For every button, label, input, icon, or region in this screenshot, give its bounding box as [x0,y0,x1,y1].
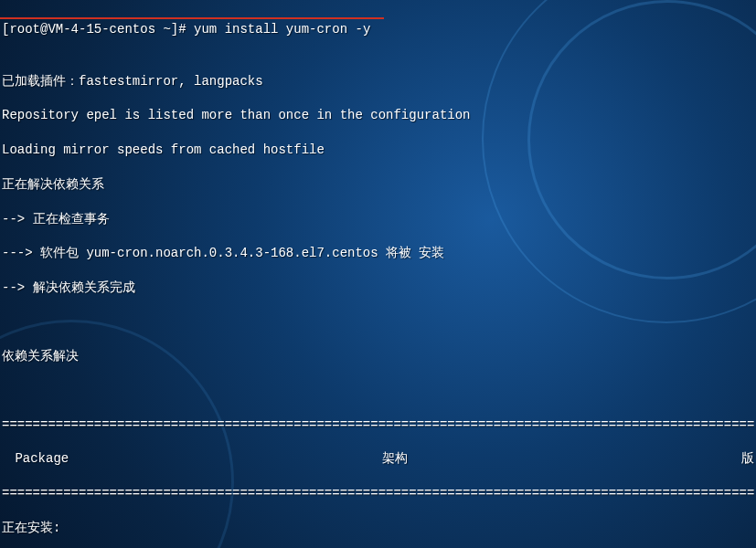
shell-prompt: [root@VM-4-15-centos ~]# [2,22,194,37]
table-header: Package 架构 版 [2,450,754,468]
col-arch: 架构 [382,450,729,468]
command-text: yum install yum-cron -y [194,22,370,37]
output-line: --> 解决依赖关系完成 [2,279,754,297]
highlight-underline [0,17,384,19]
col-package: Package [2,450,382,468]
installing-label: 正在安装: [2,520,754,537]
output-line: 依赖关系解决 [2,348,754,365]
prompt-line[interactable]: [root@VM-4-15-centos ~]# yum install yum… [2,21,754,38]
output-line: 正在解决依赖关系 [2,176,754,194]
output-line: Repository epel is listed more than once… [2,107,754,124]
output-line: --> 正在检查事务 [2,211,754,228]
terminal-output: [root@VM-4-15-centos ~]# yum install yum… [0,0,756,548]
output-line: Loading mirror speeds from cached hostfi… [2,142,754,159]
col-version: 版 [729,450,754,468]
separator-line: ========================================… [2,416,754,434]
separator-line: ========================================… [2,485,754,502]
output-line: 已加载插件：fastestmirror, langpacks [2,73,754,90]
output-line: ---> 软件包 yum-cron.noarch.0.3.4.3-168.el7… [2,245,754,262]
